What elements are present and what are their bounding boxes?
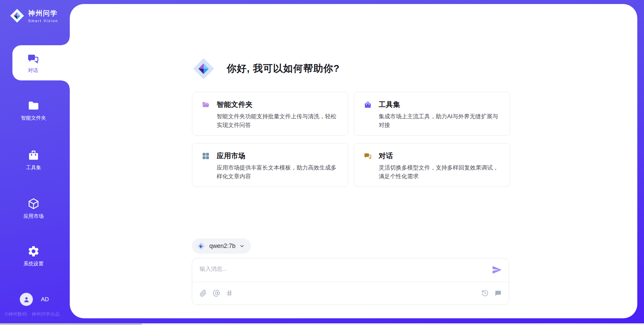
composer-input-row [192, 258, 509, 282]
card-description: 应用市场提供丰富长文本模板，助力高效生成多样化文章内容 [217, 164, 339, 181]
assistant-diamond-icon [192, 57, 215, 80]
sidebar-item-app-market[interactable]: 应用市场 [0, 197, 67, 219]
toolbox-icon [364, 101, 372, 109]
sidebar-item-smart-folder[interactable]: 智能文件夹 [0, 99, 67, 121]
send-button[interactable] [491, 264, 503, 276]
send-icon [492, 265, 502, 275]
greeting-title: 你好, 我可以如何帮助你? [227, 62, 340, 75]
sidebar: 神州问学 Smart Vision 对话 智能文件夹 工具集 应用市场 [0, 0, 70, 325]
sidebar-item-chat[interactable]: 对话 [12, 45, 70, 80]
feature-cards: 智能文件夹 智能文件夹功能支持批量文件上传与清洗，轻松实现文件问答 工具集 集成… [192, 92, 510, 187]
sidebar-item-toolset[interactable]: 工具集 [0, 149, 67, 171]
folder-open-icon [202, 101, 210, 109]
tab-fillet-top [62, 37, 70, 45]
sidebar-item-label: 系统设置 [23, 261, 44, 267]
history-button[interactable] [481, 289, 489, 297]
brand: 神州问学 Smart Vision [9, 8, 58, 23]
composer [192, 258, 509, 305]
sidebar-item-label: 工具集 [26, 165, 41, 171]
at-sign-icon [213, 289, 220, 297]
card-description: 智能文件夹功能支持批量文件上传与清洗，轻松实现文件问答 [217, 112, 339, 129]
brand-diamond-icon [9, 8, 25, 23]
chat-icon [364, 152, 372, 160]
card-app-market[interactable]: 应用市场 应用市场提供丰富长文本模板，助力高效生成多样化文章内容 [192, 143, 348, 187]
topic-button[interactable] [225, 289, 233, 297]
model-selector[interactable]: qwen2:7b [192, 239, 251, 254]
chevron-down-icon [239, 243, 245, 249]
cube-icon [27, 197, 40, 210]
attach-file-button[interactable] [199, 289, 207, 297]
hash-icon [226, 289, 233, 297]
card-smart-folder[interactable]: 智能文件夹 智能文件夹功能支持批量文件上传与清洗，轻松实现文件问答 [192, 92, 348, 136]
mention-button[interactable] [212, 289, 220, 297]
card-title: 工具集 [379, 100, 400, 109]
card-title: 应用市场 [217, 151, 246, 160]
model-diamond-icon [197, 242, 206, 251]
sidebar-item-label: 对话 [28, 67, 38, 74]
chat-bubble-icon [494, 289, 502, 297]
horizontal-scrollbar[interactable] [0, 323, 644, 325]
scrollbar-thumb[interactable] [0, 323, 142, 325]
chat-icon [27, 52, 40, 65]
user-name: AD [41, 296, 49, 303]
user-profile[interactable]: AD [20, 293, 49, 306]
message-input[interactable] [192, 258, 479, 282]
sidebar-item-settings[interactable]: 系统设置 [0, 245, 67, 267]
history-icon [481, 289, 489, 297]
tab-fillet-bottom [62, 80, 70, 88]
card-description: 灵活切换多模型文件，支持多样回复效果调试，满足个性化需求 [379, 164, 501, 181]
person-icon [22, 296, 31, 304]
sidebar-item-label: 智能文件夹 [21, 115, 46, 121]
paperclip-icon [200, 289, 207, 297]
conversation-button[interactable] [494, 289, 502, 297]
card-chat[interactable]: 对话 灵活切换多模型文件，支持多样回复效果调试，满足个性化需求 [354, 143, 510, 187]
sidebar-footer: ©神州数码 · 神州问学出品 [5, 311, 60, 317]
composer-toolbar [192, 282, 509, 305]
brand-text: 神州问学 Smart Vision [28, 9, 58, 23]
avatar [20, 293, 33, 306]
grid-icon [202, 152, 210, 160]
toolbox-icon [27, 149, 40, 161]
composer-toolbar-right [481, 289, 502, 297]
card-toolset[interactable]: 工具集 集成市场上主流工具，助力AI与外界无缝扩展与对接 [354, 92, 510, 136]
main-panel: 你好, 我可以如何帮助你? 智能文件夹 智能文件夹功能支持批量文件上传与清洗，轻… [70, 4, 637, 318]
card-description: 集成市场上主流工具，助力AI与外界无缝扩展与对接 [379, 112, 501, 129]
card-title: 对话 [379, 151, 393, 160]
brand-subtitle: Smart Vision [28, 19, 58, 23]
card-title: 智能文件夹 [217, 100, 253, 109]
sidebar-item-label: 应用市场 [23, 213, 44, 219]
model-name: qwen2:7b [209, 243, 235, 250]
brand-name: 神州问学 [28, 9, 58, 18]
gear-icon [27, 245, 40, 258]
greeting: 你好, 我可以如何帮助你? [192, 55, 340, 82]
folder-icon [27, 99, 40, 112]
